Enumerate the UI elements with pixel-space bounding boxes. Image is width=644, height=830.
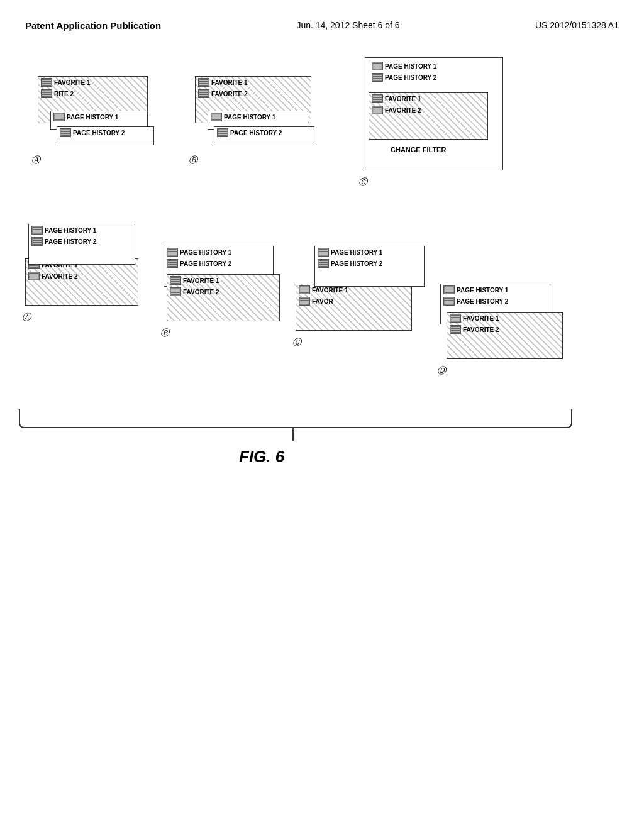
E-fav1-icon [41,78,52,87]
panel-C-hist: PAGE HISTORY 1 PAGE HISTORY 2 [314,246,425,287]
E-hist1-label: PAGE HISTORY 1 [67,114,118,121]
G-hist2-row: PAGE HISTORY 2 [369,72,499,83]
B-hist1-row: PAGE HISTORY 1 [164,246,273,258]
label-F: Ⓑ [189,155,197,166]
A-hist1-icon [31,226,43,235]
G-hist2-label: PAGE HISTORY 2 [385,74,436,81]
A-fav2-icon [28,272,40,280]
G-hist1-label: PAGE HISTORY 1 [385,63,436,70]
E-rite2-row: RITE 2 [38,88,147,99]
A-hist2-icon [31,237,43,246]
B-hist1-icon [167,248,178,257]
D-fav1-icon [450,314,461,323]
D-fav1-row: FAVORITE 1 [447,313,562,324]
F-hist1-row: PAGE HISTORY 1 [208,111,308,123]
F-fav1-icon [198,78,209,87]
G-hist1-icon [372,62,383,70]
C-hist2-icon [318,259,329,268]
D-hist2-label: PAGE HISTORY 2 [457,298,508,305]
label-G: Ⓒ [358,177,367,188]
E-rite2-icon [41,89,52,98]
panel-C-back: FAVORITE 1 FAVOR [296,284,412,331]
B-fav2-icon [170,287,181,296]
C-hist2-row: PAGE HISTORY 2 [315,258,424,269]
A-fav2-row: FAVORITE 2 [26,270,138,282]
F-hist2-label: PAGE HISTORY 2 [230,130,282,136]
label-D: Ⓓ [437,365,446,377]
page-header: Patent Application Publication Jun. 14, … [0,0,644,38]
D-hist1-label: PAGE HISTORY 1 [457,287,508,294]
B-hist2-row: PAGE HISTORY 2 [164,258,273,269]
E-hist1-row: PAGE HISTORY 1 [51,111,147,123]
label-A: Ⓐ [22,312,31,323]
bottom-brace [19,409,572,428]
C-hist1-icon [318,248,329,257]
G-hist2-icon [372,73,383,82]
F-fav1-row: FAVORITE 1 [196,77,311,88]
D-hist2-icon [443,297,455,306]
B-hist2-label: PAGE HISTORY 2 [180,260,231,267]
panel-G-outer: PAGE HISTORY 1 PAGE HISTORY 2 FAVORITE 1… [365,57,503,170]
B-fav1-icon [170,276,181,285]
G-fav2-row: FAVORITE 2 [369,104,487,116]
fig-label: FIG. 6 [239,447,284,467]
G-fav1-label: FAVORITE 1 [385,96,421,102]
G-fav1-icon [372,94,383,103]
D-fav2-label: FAVORITE 2 [463,326,499,333]
panel-F-hist2: PAGE HISTORY 2 [214,126,314,145]
B-fav2-row: FAVORITE 2 [167,286,279,297]
A-fav2-label: FAVORITE 2 [42,273,78,280]
B-hist1-label: PAGE HISTORY 1 [180,249,231,256]
F-hist2-row: PAGE HISTORY 2 [214,127,314,138]
E-hist2-label: PAGE HISTORY 2 [73,130,125,136]
F-hist1-icon [211,113,222,121]
A-hist2-label: PAGE HISTORY 2 [45,238,96,245]
G-fav1-row: FAVORITE 1 [369,93,487,104]
B-hist2-icon [167,259,178,268]
G-change-filter-label: CHANGE FILTER [391,146,446,153]
E-fav1-label: FAVORITE 1 [54,79,91,86]
D-fav2-icon [450,325,461,334]
E-fav1-row: FAVORITE 1 [38,77,147,88]
F-hist2-icon [217,128,228,137]
C-hist1-label: PAGE HISTORY 1 [331,249,382,256]
C-fav2-icon [299,297,310,306]
D-fav2-row: FAVORITE 2 [447,324,562,335]
publication-number: US 2012/0151328 A1 [535,20,619,30]
F-hist1-label: PAGE HISTORY 1 [224,114,275,121]
F-fav2-row: FAVORITE 2 [196,88,311,99]
brace-arrow [292,428,294,441]
panel-G-fav: FAVORITE 1 FAVORITE 2 [369,92,488,140]
label-B: Ⓑ [160,328,169,339]
B-fav2-label: FAVORITE 2 [183,289,219,296]
E-hist1-icon [53,113,65,121]
C-hist1-row: PAGE HISTORY 1 [315,246,424,258]
B-fav1-row: FAVORITE 1 [167,275,279,286]
panel-E-hist2: PAGE HISTORY 2 [57,126,154,145]
panel-D-fav: FAVORITE 1 FAVORITE 2 [447,312,563,359]
D-hist1-row: PAGE HISTORY 1 [441,284,550,296]
panel-A-back: FAVORITE 1 FAVORITE 2 [25,258,138,306]
D-hist1-icon [443,285,455,294]
G-fav2-icon [372,106,383,114]
A-hist1-label: PAGE HISTORY 1 [45,227,96,234]
A-hist2-row: PAGE HISTORY 2 [29,236,135,247]
D-hist2-row: PAGE HISTORY 2 [441,296,550,307]
E-hist2-icon [60,128,71,137]
B-fav1-label: FAVORITE 1 [183,277,219,284]
label-E: Ⓐ [31,155,40,166]
publication-title: Patent Application Publication [25,19,161,32]
F-fav2-label: FAVORITE 2 [211,91,248,97]
label-C: Ⓒ [292,337,301,348]
C-hist2-label: PAGE HISTORY 2 [331,260,382,267]
panel-A-inner: PAGE HISTORY 1 PAGE HISTORY 2 [28,224,135,265]
publication-date: Jun. 14, 2012 Sheet 6 of 6 [296,20,399,30]
G-change-filter: CHANGE FILTER [391,146,446,153]
C-fav2-label: FAVOR [312,298,333,305]
F-fav2-icon [198,89,209,98]
F-fav1-label: FAVORITE 1 [211,79,248,86]
A-hist1-row: PAGE HISTORY 1 [29,224,135,236]
D-fav1-label: FAVORITE 1 [463,315,499,322]
C-fav1-icon [299,285,310,294]
C-fav1-label: FAVORITE 1 [312,287,348,294]
